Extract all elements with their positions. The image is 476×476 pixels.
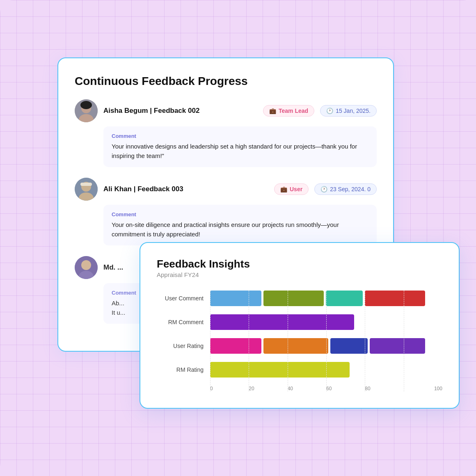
bar-uc-4 [365,291,425,306]
x-axis: 0 20 40 60 80 100 [210,386,442,391]
comment-box-1: Comment Your innovative designs and lead… [103,126,377,167]
bar-uc-3 [326,291,363,306]
comment-text-1: Your innovative designs and leadership s… [112,142,368,160]
svg-point-3 [80,101,92,109]
svg-rect-7 [80,183,92,186]
comment-text-2: Your on-site diligence and practical ins… [112,220,368,239]
avatar-md [75,256,98,279]
x-tick-100: 100 [404,386,442,391]
insights-subtitle: Appraisal FY24 [157,271,442,278]
date-badge-1: 🕐 15 Jan, 2025. [320,105,377,117]
bar-ur-3 [330,338,368,354]
bar-uc-1 [210,291,261,306]
role-badge-2: 💼 User [274,183,309,195]
comment-box-2: Comment Your on-site diligence and pract… [103,205,377,245]
chart-label-user-comment: User Comment [157,295,210,302]
bars-user-rating [210,338,442,354]
role-label-2: User [290,186,302,192]
clock-icon-1: 🕐 [326,108,333,114]
chart-label-user-rating: User Rating [157,343,210,349]
date-label-1: 15 Jan, 2025. [336,108,371,114]
feedback-header-2: Ali Khan | Feedback 003 💼 User 🕐 23 Sep,… [75,178,377,201]
scene-container: Continuous Feedback Progress Aisha Begum… [33,37,443,439]
progress-card-title: Continuous Feedback Progress [75,75,377,88]
feedback-name-1: Aisha Begum | Feedback 002 [103,107,257,115]
briefcase-icon-2: 💼 [280,186,287,192]
svg-point-9 [81,260,91,270]
bar-uc-2 [263,291,324,306]
bar-rmr-1 [210,362,350,378]
briefcase-icon: 💼 [269,108,276,114]
bars-user-comment [210,291,442,306]
x-tick-40: 40 [288,386,326,391]
chart-label-rm-rating: RM Rating [157,366,210,373]
role-badge-1: 💼 Team Lead [263,105,314,117]
feedback-item-2: Ali Khan | Feedback 003 💼 User 🕐 23 Sep,… [75,178,377,245]
chart-row-rm-rating: RM Rating [157,362,442,378]
x-tick-20: 20 [249,386,287,391]
bars-rm-comment [210,314,442,330]
bar-ur-4 [370,338,426,354]
clock-icon-2: 🕐 [320,186,327,192]
chart-row-user-comment: User Comment [157,291,442,306]
chart-row-rm-comment: RM Comment [157,314,442,330]
feedback-item-1: Aisha Begum | Feedback 002 💼 Team Lead 🕐… [75,99,377,167]
chart-row-user-rating: User Rating [157,338,442,354]
avatar-ali [75,178,98,201]
avatar-aisha [75,99,98,122]
x-tick-0: 0 [210,386,249,391]
bar-rmc-1 [210,314,354,330]
date-badge-2: 🕐 23 Sep, 2024. 0 [314,183,377,195]
feedback-header-1: Aisha Begum | Feedback 002 💼 Team Lead 🕐… [75,99,377,122]
comment-label-1: Comment [112,133,368,139]
bars-rm-rating [210,362,442,378]
bar-ur-2 [263,338,328,354]
x-tick-60: 60 [326,386,365,391]
insights-title: Feedback Insights [157,258,442,270]
date-label-2: 23 Sep, 2024. 0 [330,186,371,192]
comment-label-2: Comment [112,211,368,217]
x-tick-80: 80 [365,386,403,391]
feedback-insights-card: Feedback Insights Appraisal FY24 User Co… [140,242,460,409]
bar-ur-1 [210,338,261,354]
chart-wrapper: User Comment RM Comment User Rating [157,291,442,391]
chart-label-rm-comment: RM Comment [157,319,210,325]
role-label-1: Team Lead [279,108,308,114]
feedback-name-2: Ali Khan | Feedback 003 [103,185,268,193]
